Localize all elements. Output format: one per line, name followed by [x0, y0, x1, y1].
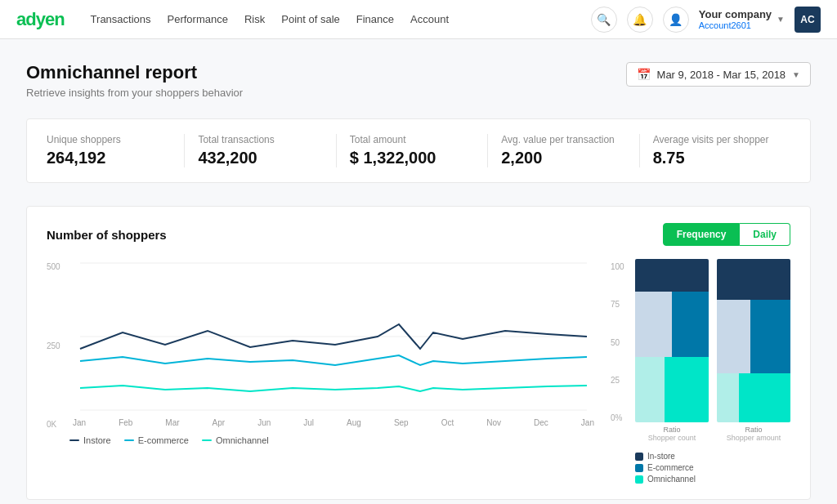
bar-segment-omnichannel-2: [739, 373, 790, 422]
bar-chart-legend: In-store E-commerce Omnichannel: [635, 452, 790, 484]
stat-label: Total amount: [350, 134, 474, 145]
line-chart-wrapper: 500 250 0K: [47, 259, 598, 445]
page-subtitle: Retrieve insights from your shoppers beh…: [26, 87, 243, 99]
x-label: Dec: [534, 418, 548, 427]
page-heading: Omnichannel report Retrieve insights fro…: [26, 62, 243, 99]
x-label: Mar: [165, 418, 179, 427]
stat-avg-value: Avg. value per transaction 2,200: [488, 134, 639, 167]
bar-x-label: Ratio: [717, 426, 790, 434]
x-label: Jan: [73, 418, 86, 427]
bar-segment-ecommerce: [672, 292, 709, 357]
bar-x-labels: Ratio Shopper count Ratio Shopper amount: [635, 426, 790, 442]
bar-x-sublabel: Shopper amount: [717, 434, 790, 442]
logo: adyen: [16, 9, 65, 30]
x-label: Jun: [257, 418, 271, 427]
x-axis: Jan Feb Mar Apr Jun Jul Aug Sep Oct Nov …: [69, 418, 598, 427]
date-range-picker[interactable]: 📅 Mar 9, 2018 - Mar 15, 2018 ▼: [626, 62, 811, 87]
company-account: Account2601: [699, 20, 772, 30]
nav-transactions[interactable]: Transactions: [91, 10, 151, 29]
line-chart-svg: [69, 259, 598, 414]
frequency-button[interactable]: Frequency: [663, 223, 741, 246]
stat-total-amount: Total amount $ 1,322,000: [337, 134, 488, 167]
search-button[interactable]: 🔍: [591, 7, 617, 33]
stat-avg-visits: Average visits per shopper 8.75: [640, 134, 790, 167]
bar-x-sublabel: Shopper count: [635, 434, 709, 442]
nav-performance[interactable]: Performance: [168, 10, 228, 29]
stat-label: Total transactions: [198, 134, 322, 145]
bar-segment-ecommerce-bg-2: [717, 300, 790, 373]
company-name: Your company: [699, 8, 772, 21]
page-title: Omnichannel report: [26, 62, 243, 83]
bar-legend-ecommerce: E-commerce: [635, 463, 790, 472]
legend-ecommerce: E-commerce: [124, 435, 189, 445]
search-icon: 🔍: [597, 13, 611, 26]
nav-point-of-sale[interactable]: Point of sale: [281, 10, 340, 29]
bar-segment-instore: [635, 259, 709, 292]
nav-icons: 🔍 🔔 👤 Your company Account2601 ▼ AC: [591, 7, 821, 33]
charts-container: 500 250 0K: [47, 259, 790, 486]
bar-col-1: [635, 259, 709, 422]
navbar: adyen Transactions Performance Risk Poin…: [0, 0, 837, 39]
stat-label: Unique shoppers: [47, 134, 171, 145]
chart-legend: Instore E-commerce Omnichannel: [69, 435, 598, 445]
y-label-0k: 0K: [47, 420, 69, 429]
company-info: Your company Account2601: [699, 8, 772, 31]
bar-legend-color: [635, 464, 643, 472]
bell-icon: 🔔: [633, 13, 647, 26]
x-label: Jan: [581, 418, 594, 427]
bar-legend-label: Omnichannel: [647, 475, 696, 484]
legend-label: Omnichannel: [216, 435, 269, 445]
stat-unique-shoppers: Unique shoppers 264,192: [47, 134, 185, 167]
stat-value: 8.75: [653, 149, 777, 167]
legend-color: [69, 439, 79, 441]
chevron-down-icon: ▼: [777, 15, 785, 24]
date-range-label: Mar 9, 2018 - Mar 15, 2018: [657, 69, 786, 81]
nav-risk[interactable]: Risk: [244, 10, 265, 29]
bar-col-label-2: Ratio Shopper amount: [717, 426, 790, 442]
bar-col-label-1: Ratio Shopper count: [635, 426, 709, 442]
stat-value: 2,200: [501, 149, 625, 167]
bar-y-50: 50: [611, 338, 635, 347]
bar-legend-label: E-commerce: [647, 463, 694, 472]
user-button[interactable]: 👤: [663, 7, 689, 33]
stats-bar: Unique shoppers 264,192 Total transactio…: [26, 118, 811, 183]
nav-finance[interactable]: Finance: [356, 10, 394, 29]
stat-value: 432,200: [198, 149, 322, 167]
bar-x-label: Ratio: [635, 426, 709, 434]
bar-y-75: 75: [611, 300, 635, 309]
bar-legend-color: [635, 475, 643, 484]
x-label: Feb: [119, 418, 132, 427]
daily-button[interactable]: Daily: [740, 223, 790, 246]
stat-label: Average visits per shopper: [653, 134, 777, 145]
bar-segment-ecommerce-bg: [635, 292, 709, 357]
x-label: Sep: [394, 418, 409, 427]
frequency-toggle: Frequency Daily: [663, 223, 790, 246]
x-label: Nov: [486, 418, 501, 427]
x-label: Oct: [441, 418, 454, 427]
legend-omnichannel: Omnichannel: [202, 435, 269, 445]
bar-chart-wrapper: 100 75 50 25 0%: [611, 259, 790, 486]
y-label-500: 500: [47, 262, 69, 271]
avatar: AC: [794, 7, 821, 33]
nav-account[interactable]: Account: [410, 10, 449, 29]
bar-col-2: [717, 259, 790, 422]
legend-color: [124, 439, 134, 441]
stat-value: $ 1,322,000: [350, 149, 474, 167]
bar-y-100: 100: [611, 262, 635, 271]
bar-y-25: 25: [611, 376, 635, 385]
chart-section: Number of shoppers Frequency Daily 500 2…: [26, 206, 811, 500]
bar-legend-label: In-store: [647, 452, 675, 461]
legend-label: Instore: [83, 435, 111, 445]
chart-header: Number of shoppers Frequency Daily: [47, 223, 790, 246]
legend-color: [202, 439, 212, 441]
user-icon: 👤: [669, 13, 683, 26]
main-content: Omnichannel report Retrieve insights fro…: [0, 39, 837, 504]
company-selector[interactable]: Your company Account2601 ▼: [699, 8, 785, 31]
bar-segment-ecommerce-2: [750, 300, 791, 373]
x-label: Aug: [347, 418, 361, 427]
chart-title: Number of shoppers: [47, 228, 167, 242]
bell-button[interactable]: 🔔: [627, 7, 653, 33]
stat-value: 264,192: [47, 149, 171, 167]
x-label: Jul: [303, 418, 314, 427]
nav-links: Transactions Performance Risk Point of s…: [91, 10, 571, 29]
